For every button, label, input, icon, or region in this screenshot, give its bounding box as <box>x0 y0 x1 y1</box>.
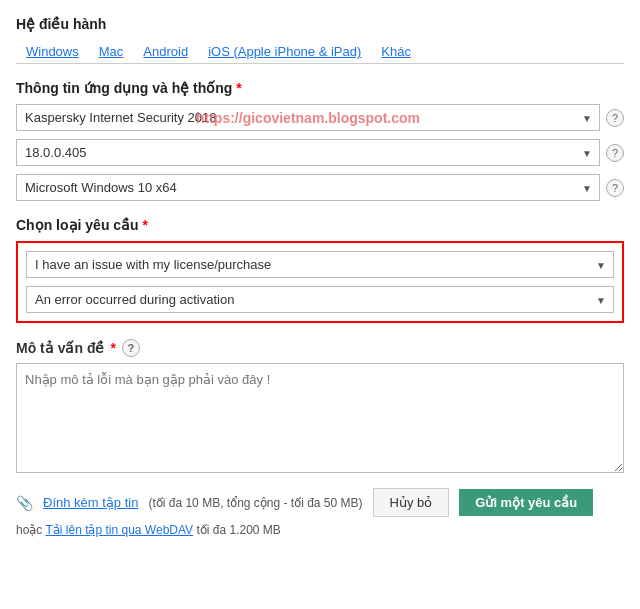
description-required-marker: * <box>110 340 115 356</box>
os-dropdown-row: Microsoft Windows 10 x64 ▼ ? <box>16 174 624 201</box>
os-section: Hệ điều hành Windows Mac Android iOS (Ap… <box>16 16 624 64</box>
description-textarea[interactable] <box>16 363 624 473</box>
request-type-box: I have an issue with my license/purchase… <box>16 241 624 323</box>
version-help-icon[interactable]: ? <box>606 144 624 162</box>
tab-ios[interactable]: iOS (Apple iPhone & iPad) <box>198 40 371 63</box>
app-dropdown-row: Kaspersky Internet Security 2018 ▼ https… <box>16 104 624 131</box>
request-type-section: Chọn loại yêu cầu * I have an issue with… <box>16 217 624 323</box>
sub-issue-row: An error occurred during activation ▼ <box>26 286 614 313</box>
attach-note: (tối đa 10 MB, tổng cộng - tối đa 50 MB) <box>148 496 362 510</box>
tab-other[interactable]: Khác <box>371 40 421 63</box>
submit-button[interactable]: Gửi một yêu cầu <box>459 489 593 516</box>
description-label: Mô tả vấn đề * ? <box>16 339 624 357</box>
issue-type-row: I have an issue with my license/purchase… <box>26 251 614 278</box>
os-select-wrapper: Microsoft Windows 10 x64 ▼ <box>16 174 600 201</box>
app-required-marker: * <box>236 80 241 96</box>
os-help-icon[interactable]: ? <box>606 179 624 197</box>
description-help-icon[interactable]: ? <box>122 339 140 357</box>
app-section-title: Thông tin ứng dụng và hệ thống * <box>16 80 624 96</box>
sub-issue-wrapper: An error occurred during activation ▼ <box>26 286 614 313</box>
webdav-prefix: hoặc <box>16 523 42 537</box>
os-select[interactable]: Microsoft Windows 10 x64 <box>16 174 600 201</box>
os-section-title: Hệ điều hành <box>16 16 624 32</box>
version-select[interactable]: 18.0.0.405 <box>16 139 600 166</box>
issue-type-select[interactable]: I have an issue with my license/purchase <box>26 251 614 278</box>
sub-issue-select[interactable]: An error occurred during activation <box>26 286 614 313</box>
os-tabs: Windows Mac Android iOS (Apple iPhone & … <box>16 40 624 64</box>
description-section: Mô tả vấn đề * ? <box>16 339 624 476</box>
request-type-title: Chọn loại yêu cầu * <box>16 217 624 233</box>
app-select-wrapper: Kaspersky Internet Security 2018 ▼ https… <box>16 104 600 131</box>
version-select-wrapper: 18.0.0.405 ▼ <box>16 139 600 166</box>
cancel-button[interactable]: Hủy bỏ <box>373 488 450 517</box>
tab-mac[interactable]: Mac <box>89 40 134 63</box>
request-required-marker: * <box>143 217 148 233</box>
app-select[interactable]: Kaspersky Internet Security 2018 <box>16 104 600 131</box>
tab-android[interactable]: Android <box>133 40 198 63</box>
version-dropdown-row: 18.0.0.405 ▼ ? <box>16 139 624 166</box>
webdav-link[interactable]: Tải lên tập tin qua WebDAV <box>45 523 193 537</box>
webdav-suffix: tối đa 1.200 MB <box>196 523 280 537</box>
footer-row: 📎 Đính kèm tập tin (tối đa 10 MB, tổng c… <box>16 488 624 517</box>
attach-clip-icon: 📎 <box>16 495 33 511</box>
tab-windows[interactable]: Windows <box>16 40 89 63</box>
app-help-icon[interactable]: ? <box>606 109 624 127</box>
attach-link[interactable]: Đính kèm tập tin <box>43 495 138 510</box>
webdav-row: hoặc Tải lên tập tin qua WebDAV tối đa 1… <box>16 523 624 537</box>
app-info-section: Thông tin ứng dụng và hệ thống * Kaspers… <box>16 80 624 201</box>
issue-type-wrapper: I have an issue with my license/purchase… <box>26 251 614 278</box>
